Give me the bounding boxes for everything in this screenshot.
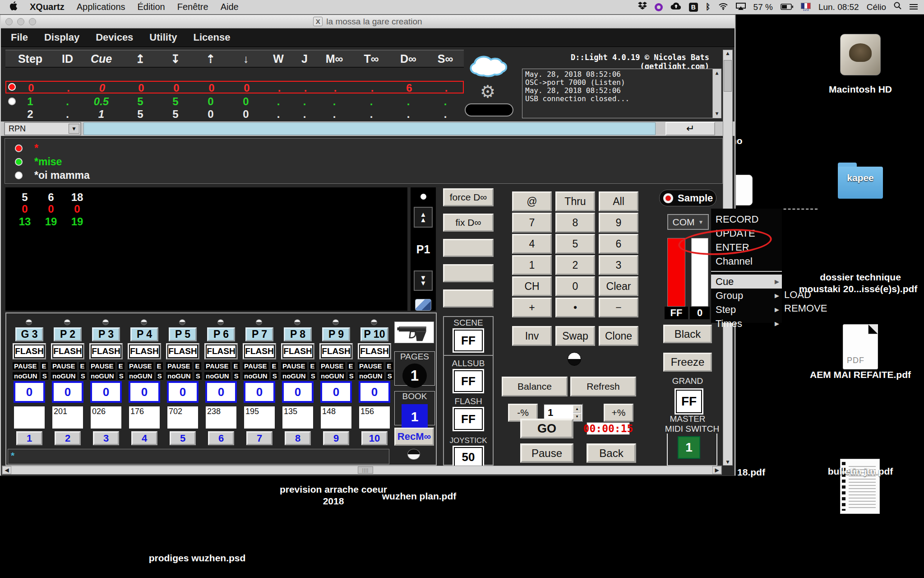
strip-flash-button[interactable]: FLASH: [319, 343, 353, 359]
menu-item-group[interactable]: Group▶: [711, 289, 782, 303]
strip-level-value[interactable]: 0: [359, 381, 390, 403]
keypad-key[interactable]: Clear: [599, 276, 638, 296]
menubar-clock[interactable]: Lun. 08:52: [818, 2, 859, 12]
strip-number-button[interactable]: 9: [323, 431, 349, 445]
strip-page-button[interactable]: P 2: [54, 327, 82, 341]
strip-flash-button[interactable]: FLASH: [281, 343, 314, 359]
strip-pause-button[interactable]: PAUSE: [204, 362, 230, 370]
strip-s-button[interactable]: S: [118, 372, 125, 380]
strip-flash-button[interactable]: FLASH: [243, 343, 276, 359]
record-icon[interactable]: [663, 193, 673, 203]
strip-number-button[interactable]: 6: [208, 431, 234, 445]
macintosh-hd-label[interactable]: Macintosh HD: [815, 84, 906, 95]
keypad-key[interactable]: CH: [512, 276, 552, 296]
cue-column-header[interactable]: ↧: [158, 52, 193, 65]
strip-e-button[interactable]: E: [117, 362, 125, 370]
status-row[interactable]: *: [5, 142, 38, 154]
keypad-key[interactable]: +: [512, 298, 552, 317]
log-scrollbar[interactable]: ▲▼: [712, 69, 721, 118]
strip-flash-button[interactable]: FLASH: [358, 343, 391, 359]
keypad-key[interactable]: 4: [512, 234, 552, 254]
status-row[interactable]: *mise: [5, 156, 62, 168]
keypad-key[interactable]: Swap: [555, 326, 595, 346]
strip-e-button[interactable]: E: [386, 362, 393, 370]
strip-number-button[interactable]: 3: [93, 431, 119, 445]
strip-e-button[interactable]: E: [79, 362, 86, 370]
scrollbar-thumb[interactable]: [724, 60, 732, 92]
strip-page-button[interactable]: G 3: [15, 327, 43, 341]
blank-button[interactable]: [443, 239, 494, 257]
macintosh-hd-icon[interactable]: [840, 34, 881, 75]
cue-column-header[interactable]: T∞: [353, 52, 390, 65]
mode-select[interactable]: RPN▼: [4, 122, 81, 135]
menu-item-record[interactable]: RECORD: [711, 212, 782, 226]
half-circle-icon[interactable]: [568, 352, 581, 366]
display-pill[interactable]: [465, 103, 513, 117]
submaster-command-field[interactable]: *: [8, 449, 389, 464]
strip-s-button[interactable]: S: [233, 372, 240, 380]
back-button[interactable]: Back: [587, 443, 636, 463]
strip-page-button[interactable]: P 3: [92, 327, 120, 341]
airplay-icon[interactable]: [736, 2, 746, 12]
scene-master[interactable]: FF: [454, 330, 483, 351]
strip-memory-field[interactable]: 135: [282, 406, 314, 429]
strip-memory-field[interactable]: 176: [129, 406, 160, 429]
strip-nogun-button[interactable]: noGUN: [89, 372, 116, 380]
kapee-label[interactable]: kapee: [815, 172, 906, 183]
keypad-key[interactable]: All: [599, 191, 638, 211]
keypad-key[interactable]: 3: [599, 255, 638, 275]
spotlight-icon[interactable]: [894, 2, 902, 12]
notification-center-icon[interactable]: [910, 2, 918, 12]
strip-nogun-button[interactable]: noGUN: [51, 372, 77, 380]
log-panel[interactable]: May. 28, 2018 08:52:06OSC->port 7000 (Li…: [522, 69, 721, 118]
strip-s-button[interactable]: S: [79, 372, 87, 380]
strip-flash-button[interactable]: FLASH: [204, 343, 238, 359]
cue-column-header[interactable]: D∞: [390, 52, 427, 65]
keypad-key[interactable]: @: [512, 191, 552, 211]
strip-pause-button[interactable]: PAUSE: [89, 362, 115, 370]
cue-column-header[interactable]: ↓: [228, 52, 263, 65]
strip-page-button[interactable]: P 7: [245, 327, 273, 341]
strip-memory-field[interactable]: 156: [359, 406, 390, 429]
strip-page-button[interactable]: P 6: [207, 327, 235, 341]
strip-nogun-button[interactable]: noGUN: [319, 372, 346, 380]
grand-master[interactable]: FF: [676, 390, 702, 413]
wifi-icon[interactable]: [718, 2, 728, 12]
keypad-key[interactable]: Clone: [599, 326, 638, 346]
dossier-label-line1[interactable]: dossier technique: [802, 272, 919, 283]
keypad-key[interactable]: −: [599, 298, 638, 317]
strip-number-button[interactable]: 2: [55, 431, 81, 445]
channel-field[interactable]: 5618 000 131919: [5, 187, 407, 311]
menubar-item-edition[interactable]: Édition: [138, 2, 165, 12]
recm-button[interactable]: RecM∞: [394, 428, 434, 446]
image-icon[interactable]: [415, 299, 431, 311]
page-up-button[interactable]: ▲▲: [414, 207, 433, 228]
loop-icon[interactable]: [655, 3, 663, 11]
strip-flash-button[interactable]: FLASH: [13, 343, 46, 359]
horizontal-scrollbar[interactable]: ◀ |||| ▶: [2, 466, 722, 475]
strip-nogun-button[interactable]: noGUN: [166, 372, 192, 380]
com-dropdown[interactable]: COM▼: [667, 214, 709, 230]
strip-level-value[interactable]: 0: [167, 381, 199, 403]
strip-nogun-button[interactable]: noGUN: [204, 372, 231, 380]
strip-e-button[interactable]: E: [156, 362, 163, 370]
strip-level-value[interactable]: 0: [129, 381, 160, 403]
menubar-item-fenetre[interactable]: Fenêtre: [177, 2, 208, 12]
strip-pause-button[interactable]: PAUSE: [166, 362, 192, 370]
strip-memory-field[interactable]: [14, 406, 45, 429]
page-down-button[interactable]: ▼▼: [414, 270, 433, 291]
keypad-key[interactable]: 7: [512, 213, 552, 233]
strip-number-button[interactable]: 4: [131, 431, 157, 445]
strip-flash-button[interactable]: FLASH: [89, 343, 123, 359]
cue-row-next[interactable]: 1.0.55500......: [5, 95, 464, 108]
black-button[interactable]: Black: [663, 325, 712, 343]
strip-number-button[interactable]: 8: [285, 431, 311, 445]
scrollbar-thumb[interactable]: ||||: [358, 466, 373, 474]
strip-number-button[interactable]: 1: [16, 431, 42, 445]
plus-percent-button[interactable]: +%: [604, 404, 633, 422]
strip-nogun-button[interactable]: noGUN: [13, 372, 39, 380]
strip-page-button[interactable]: P 4: [130, 327, 158, 341]
gun-button[interactable]: [394, 322, 434, 343]
sample-control[interactable]: Sample: [659, 190, 716, 206]
cue-column-header[interactable]: ID: [55, 52, 80, 65]
